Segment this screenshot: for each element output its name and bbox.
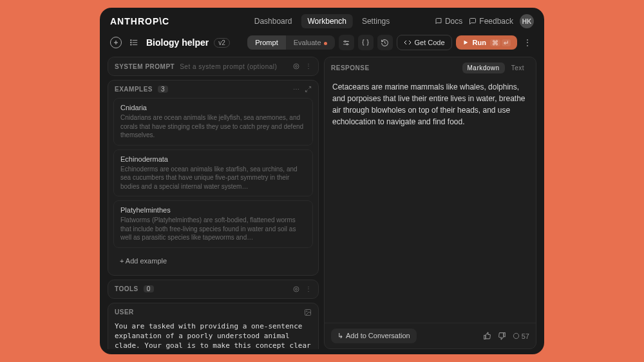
- nav-workbench[interactable]: Workbench: [301, 14, 352, 28]
- svg-point-14: [295, 288, 297, 290]
- nav-settings[interactable]: Settings: [355, 14, 396, 28]
- svg-point-3: [131, 40, 131, 41]
- svg-point-9: [346, 43, 348, 44]
- token-cost: 57: [513, 332, 529, 340]
- thumbs-up-icon[interactable]: [483, 332, 491, 340]
- left-pane: SYSTEM PROMPT Set a system prompt (optio…: [108, 57, 319, 349]
- example-body: Cnidarians are ocean animals like jellyf…: [120, 113, 306, 140]
- svg-point-13: [294, 287, 299, 292]
- svg-point-8: [345, 41, 346, 42]
- add-to-conversation-button[interactable]: ↳Add to Conversation: [331, 329, 417, 343]
- svg-point-5: [131, 44, 131, 45]
- tab-prompt[interactable]: Prompt: [247, 35, 285, 50]
- example-body: Echinoderms are ocean animals like starf…: [120, 165, 306, 191]
- response-tab-markdown[interactable]: Markdown: [462, 62, 505, 73]
- tools-count: 0: [144, 285, 154, 292]
- svg-marker-10: [464, 41, 468, 45]
- get-code-button[interactable]: Get Code: [397, 35, 452, 50]
- svg-point-12: [295, 66, 297, 68]
- code-icon: [404, 39, 412, 46]
- feedback-link[interactable]: Feedback: [469, 17, 513, 26]
- tools-card[interactable]: TOOLS 0 ⋮: [108, 280, 319, 299]
- variables-button[interactable]: [358, 35, 374, 50]
- system-prompt-card[interactable]: SYSTEM PROMPT Set a system prompt (optio…: [108, 57, 319, 76]
- svg-point-16: [307, 310, 308, 312]
- run-button[interactable]: Run ⌘↵: [456, 35, 517, 50]
- examples-card: EXAMPLES 3 ⋯ Cnidaria Cnidarians are oce…: [108, 80, 319, 276]
- add-example-button[interactable]: + Add example: [113, 252, 313, 270]
- evaluate-indicator-dot: [324, 42, 327, 45]
- sliders-icon: [342, 39, 350, 47]
- examples-title: EXAMPLES: [115, 86, 153, 93]
- prompt-toolbar: Biology helper v2 Prompt Evaluate Get Co…: [100, 32, 544, 57]
- model-settings-button[interactable]: [339, 35, 354, 50]
- top-header: ANTHROP\C Dashboard Workbench Settings D…: [100, 8, 544, 32]
- user-message-card[interactable]: USER You are tasked with providing a one…: [108, 303, 319, 350]
- user-avatar[interactable]: HK: [520, 14, 534, 28]
- more-menu-button[interactable]: ⋮: [521, 38, 534, 47]
- response-tab-text[interactable]: Text: [506, 62, 529, 73]
- braces-icon: [361, 39, 370, 47]
- arrow-icon: ↳: [337, 332, 343, 339]
- thumbs-down-icon[interactable]: [498, 332, 506, 340]
- plus-icon: [113, 39, 119, 46]
- svg-point-4: [131, 42, 131, 43]
- more-icon[interactable]: ⋮: [305, 62, 312, 70]
- more-icon[interactable]: ⋮: [305, 285, 312, 293]
- coin-icon: [513, 332, 520, 339]
- svg-point-21: [513, 333, 518, 338]
- new-prompt-button[interactable]: [110, 37, 122, 48]
- prompt-list-button[interactable]: [127, 35, 141, 50]
- chat-icon: [469, 17, 477, 25]
- logo: ANTHROP\C: [110, 16, 169, 26]
- example-title: Cnidaria: [120, 104, 306, 111]
- example-item[interactable]: Echinodermata Echinoderms are ocean anim…: [113, 149, 313, 197]
- mode-segmented: Prompt Evaluate: [247, 35, 334, 50]
- book-icon: [435, 17, 442, 25]
- list-icon: [129, 38, 138, 47]
- content-area: SYSTEM PROMPT Set a system prompt (optio…: [100, 57, 544, 354]
- history-button[interactable]: [377, 35, 393, 50]
- target-icon[interactable]: [292, 62, 300, 70]
- expand-icon[interactable]: [305, 86, 312, 93]
- example-title: Platyhelminthes: [120, 206, 306, 214]
- tab-evaluate[interactable]: Evaluate: [286, 35, 335, 50]
- response-pane: RESPONSE Markdown Text Cetaceans are mar…: [324, 57, 536, 349]
- system-prompt-title: SYSTEM PROMPT: [115, 63, 175, 70]
- app-window: ANTHROP\C Dashboard Workbench Settings D…: [100, 8, 544, 354]
- response-body: Cetaceans are marine mammals like whales…: [325, 79, 536, 323]
- examples-count: 3: [158, 86, 168, 93]
- example-item[interactable]: Cnidaria Cnidarians are ocean animals li…: [113, 98, 313, 146]
- prompt-name[interactable]: Biology helper: [146, 37, 209, 48]
- response-title: RESPONSE: [331, 64, 370, 71]
- main-nav: Dashboard Workbench Settings: [248, 14, 397, 28]
- docs-link[interactable]: Docs: [435, 17, 462, 26]
- target-icon[interactable]: [292, 285, 300, 293]
- image-icon[interactable]: [304, 309, 312, 316]
- system-prompt-hint: Set a system prompt (optional): [180, 63, 277, 70]
- tools-title: TOOLS: [115, 285, 138, 292]
- example-body: Flatworms (Platyhelminthes) are soft-bod…: [120, 216, 306, 242]
- history-icon: [381, 39, 389, 47]
- example-title: Echinodermata: [120, 155, 306, 163]
- example-item[interactable]: Platyhelminthes Flatworms (Platyhelminth…: [113, 200, 313, 248]
- play-icon: [462, 39, 469, 46]
- version-badge[interactable]: v2: [214, 38, 230, 48]
- user-title: USER: [115, 309, 134, 316]
- svg-point-11: [294, 64, 299, 69]
- nav-dashboard[interactable]: Dashboard: [248, 14, 299, 28]
- run-shortcut: ⌘↵: [490, 39, 511, 46]
- user-message-body[interactable]: You are tasked with providing a one-sent…: [108, 318, 318, 350]
- collapse-icon[interactable]: ⋯: [293, 86, 300, 93]
